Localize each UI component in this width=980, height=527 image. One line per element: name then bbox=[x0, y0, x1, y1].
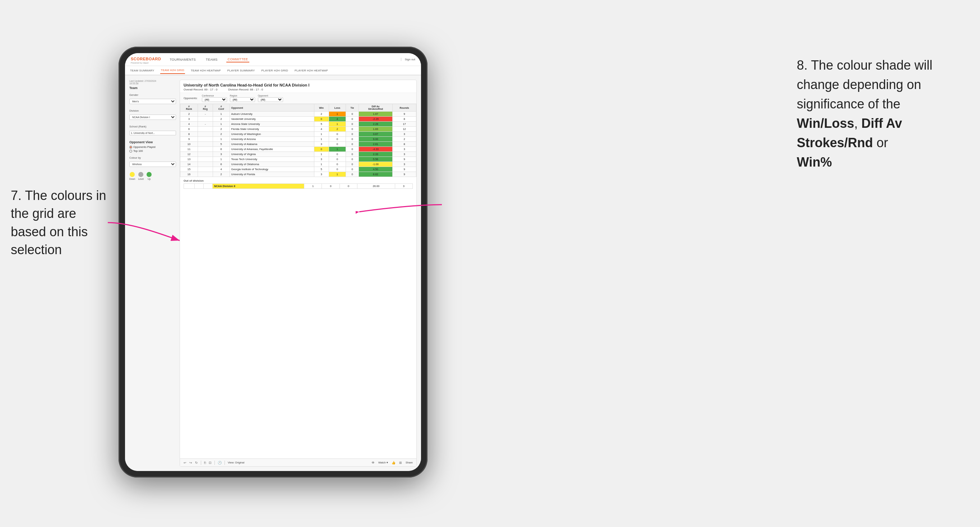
col-conf: #Conf bbox=[213, 104, 229, 112]
table-row: 146University of Oklahoma100-1.003 bbox=[180, 162, 416, 167]
opponent-view-radio-group: Opponents Played Top 100 bbox=[129, 145, 176, 152]
table-row: 91University of Arizona1009.002 bbox=[180, 137, 416, 142]
sub-nav-team-h2h-grid[interactable]: TEAM H2H GRID bbox=[160, 67, 185, 74]
sub-nav-team-h2h-heatmap[interactable]: TEAM H2H HEATMAP bbox=[190, 67, 222, 74]
table-row: 32Vanderbilt University040-2.298 bbox=[180, 117, 416, 122]
table-row: 123University of Virginia1002.333 bbox=[180, 152, 416, 157]
radio-dot-opponents bbox=[129, 146, 132, 149]
table-row: 4-1Arizona State University5102.2817 bbox=[180, 122, 416, 127]
crop-icon[interactable]: ⊡ bbox=[209, 461, 212, 465]
division-select[interactable]: NCAA Division I bbox=[129, 114, 176, 120]
sidebar-division-section: Division NCAA Division I bbox=[129, 109, 176, 121]
grid-area: University of North Carolina Head-to-Hea… bbox=[180, 80, 417, 467]
gender-label: Gender bbox=[129, 93, 176, 97]
division-label: Division bbox=[129, 109, 176, 113]
nav-tournaments[interactable]: TOURNAMENTS bbox=[168, 57, 197, 62]
opponent-filter-label: Opponent bbox=[258, 94, 283, 97]
last-updated: Last Updated: 27/03/2024 16:55:38 bbox=[129, 80, 176, 85]
toolbar-sep3 bbox=[224, 460, 225, 465]
table-row: 162University of Florida3106.629 bbox=[180, 172, 416, 177]
col-diff: Diff AvStrokes/Rnd bbox=[358, 104, 392, 112]
sidebar-team-section: Team bbox=[129, 86, 176, 90]
grid-header: University of North Carolina Head-to-Hea… bbox=[180, 80, 416, 93]
undo-icon[interactable]: ↩ bbox=[184, 461, 186, 465]
gender-select[interactable]: Men's bbox=[129, 99, 176, 104]
col-reg: #Reg bbox=[198, 104, 213, 112]
nav-committee[interactable]: COMMITTEE bbox=[226, 57, 250, 62]
ood-tie: 0 bbox=[339, 184, 357, 189]
table-row: 116University of Arkansas, Fayetteville0… bbox=[180, 147, 416, 152]
legend-up: Up bbox=[146, 172, 151, 180]
table-row: 105University of Alabama3002.618 bbox=[180, 142, 416, 147]
radio-top-100[interactable]: Top 100 bbox=[129, 149, 176, 152]
nav-teams[interactable]: TEAMS bbox=[204, 57, 219, 62]
table-row: 154Georgia Institute of Technology5004.5… bbox=[180, 167, 416, 172]
school-input[interactable] bbox=[129, 131, 176, 135]
sub-nav: TEAM SUMMARY TEAM H2H GRID TEAM H2H HEAT… bbox=[125, 66, 421, 75]
overall-record: Overall Record: 89 - 17 - 0 bbox=[184, 88, 217, 91]
annotation-left: 7. The colours in the grid are based on … bbox=[11, 187, 111, 259]
share-button[interactable]: Share bbox=[406, 461, 413, 464]
ood-division-name: NCAA Division II bbox=[213, 184, 304, 189]
copy-icon[interactable]: ⎘ bbox=[204, 461, 206, 465]
nav-bar: SCOREBOARD Powered by clippd TOURNAMENTS… bbox=[125, 53, 421, 66]
redo-icon[interactable]: ↪ bbox=[189, 461, 192, 465]
sidebar-school-section: School (Rank) bbox=[129, 125, 176, 137]
data-table-wrapper: #Rank #Reg #Conf Opponent Win Loss Tie D… bbox=[180, 104, 416, 459]
clock-icon[interactable]: 🕐 bbox=[218, 461, 222, 465]
colour-by-label: Colour by bbox=[129, 156, 176, 159]
sidebar: Last Updated: 27/03/2024 16:55:38 Team G… bbox=[129, 80, 176, 467]
sub-nav-player-summary[interactable]: PLAYER SUMMARY bbox=[227, 67, 256, 74]
col-rounds: Rounds bbox=[393, 104, 416, 112]
out-of-division-label: Out of division bbox=[184, 179, 413, 183]
sub-nav-player-h2h-grid[interactable]: PLAYER H2H GRID bbox=[261, 67, 289, 74]
toolbar-sep1 bbox=[201, 460, 201, 465]
view-original[interactable]: View: Original bbox=[228, 461, 244, 464]
sign-out-link[interactable]: Sign out bbox=[401, 58, 415, 61]
opponent-view-title: Opponent View bbox=[129, 140, 176, 144]
col-loss: Loss bbox=[329, 104, 346, 112]
ood-win: 1 bbox=[304, 184, 321, 189]
colour-legend: Down Level Up bbox=[129, 172, 176, 180]
table-row: 62Florida State University4201.8312 bbox=[180, 127, 416, 132]
sub-nav-player-h2h-heatmap[interactable]: PLAYER H2H HEATMAP bbox=[294, 67, 329, 74]
table-row: 82University of Washington1003.673 bbox=[180, 132, 416, 137]
main-content: Last Updated: 27/03/2024 16:55:38 Team G… bbox=[125, 75, 421, 471]
radio-opponents-played[interactable]: Opponents Played bbox=[129, 145, 176, 149]
bottom-toolbar: ↩ ↪ ↻ ⎘ ⊡ 🕐 View: Original 👁 Watch ▾ 👍 ⊞ bbox=[180, 459, 416, 466]
table-row: 131Texas Tech University3005.569 bbox=[180, 157, 416, 162]
legend-level: Level bbox=[138, 172, 144, 180]
out-of-division-row: NCAA Division II 1 0 0 26.00 3 bbox=[184, 184, 413, 189]
filter-opponent: Opponent (All) bbox=[258, 94, 283, 102]
toolbar-sep2 bbox=[215, 460, 215, 465]
logo: SCOREBOARD Powered by clippd bbox=[131, 55, 161, 64]
conference-filter-select[interactable]: (All) bbox=[202, 97, 227, 102]
ood-diff: 26.00 bbox=[358, 184, 395, 189]
thumbs-icon[interactable]: 👍 bbox=[391, 461, 396, 465]
colour-by-select[interactable]: Win/loss bbox=[129, 162, 176, 167]
watch-button[interactable]: Watch ▾ bbox=[378, 461, 388, 464]
eye-icon: 👁 bbox=[371, 461, 375, 465]
table-row: 2-1Auburn University2101.679 bbox=[180, 112, 416, 117]
grid-icon[interactable]: ⊞ bbox=[399, 461, 402, 465]
out-of-division-table: NCAA Division II 1 0 0 26.00 3 bbox=[184, 183, 413, 189]
opponent-filter-select[interactable]: (All) bbox=[258, 97, 283, 102]
col-rank: #Rank bbox=[180, 104, 198, 112]
filter-region: Region (All) bbox=[230, 94, 255, 102]
sidebar-colour-by-section: Colour by Win/loss bbox=[129, 156, 176, 168]
history-icon[interactable]: ↻ bbox=[195, 461, 198, 465]
legend-dot-level bbox=[138, 172, 143, 177]
grid-subtitle: Overall Record: 89 - 17 - 0 Division Rec… bbox=[184, 88, 413, 91]
sidebar-opponent-view-section: Opponent View Opponents Played Top 100 bbox=[129, 140, 176, 152]
ood-loss: 0 bbox=[322, 184, 339, 189]
region-filter-label: Region bbox=[230, 94, 255, 97]
legend-down: Down bbox=[129, 172, 135, 180]
legend-dot-up bbox=[146, 172, 151, 177]
toolbar-right: 👁 Watch ▾ 👍 ⊞ Share bbox=[371, 461, 413, 465]
filter-conference: Conference (All) bbox=[202, 94, 227, 102]
tablet-device: SCOREBOARD Powered by clippd TOURNAMENTS… bbox=[119, 47, 428, 478]
region-filter-select[interactable]: (All) bbox=[230, 97, 255, 102]
tablet-screen: SCOREBOARD Powered by clippd TOURNAMENTS… bbox=[125, 53, 421, 471]
school-label: School (Rank) bbox=[129, 125, 176, 128]
sub-nav-team-summary[interactable]: TEAM SUMMARY bbox=[129, 67, 155, 74]
